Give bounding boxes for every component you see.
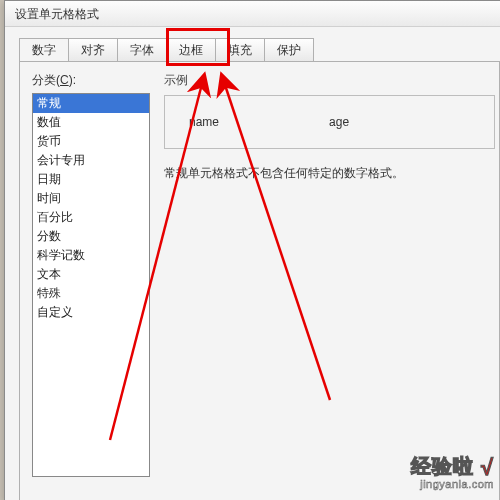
list-item[interactable]: 货币 (33, 132, 149, 151)
list-item[interactable]: 自定义 (33, 303, 149, 322)
tab-panel-number: 分类(C): 常规 数值 货币 会计专用 日期 时间 百分比 分数 科学记数 文… (19, 61, 500, 500)
list-item[interactable]: 时间 (33, 189, 149, 208)
category-label-key: C (60, 73, 69, 87)
preview-col1: name (189, 115, 219, 129)
list-item[interactable]: 会计专用 (33, 151, 149, 170)
tab-protection[interactable]: 保护 (264, 38, 314, 62)
preview-box: name age (164, 95, 495, 149)
tab-fill[interactable]: 填充 (215, 38, 265, 62)
tab-number[interactable]: 数字 (19, 38, 69, 62)
list-item[interactable]: 特殊 (33, 284, 149, 303)
preview-label: 示例 (164, 72, 495, 89)
tab-alignment[interactable]: 对齐 (68, 38, 118, 62)
dialog-title: 设置单元格格式 (5, 1, 500, 27)
category-listbox[interactable]: 常规 数值 货币 会计专用 日期 时间 百分比 分数 科学记数 文本 特殊 自定… (32, 93, 150, 477)
tab-border[interactable]: 边框 (166, 38, 216, 62)
list-item[interactable]: 常规 (33, 94, 149, 113)
list-item[interactable]: 文本 (33, 265, 149, 284)
list-item[interactable]: 科学记数 (33, 246, 149, 265)
format-description: 常规单元格格式不包含任何特定的数字格式。 (164, 165, 495, 182)
category-label-pre: 分类( (32, 73, 60, 87)
list-item[interactable]: 数值 (33, 113, 149, 132)
category-label-post: ): (69, 73, 76, 87)
list-item[interactable]: 日期 (33, 170, 149, 189)
format-cells-dialog: 设置单元格格式 数字 对齐 字体 边框 填充 保护 分类(C): 常规 数值 货… (4, 0, 500, 500)
right-pane: 示例 name age 常规单元格格式不包含任何特定的数字格式。 (164, 72, 495, 182)
preview-col2: age (329, 115, 349, 129)
tabstrip: 数字 对齐 字体 边框 填充 保护 (19, 37, 500, 61)
list-item[interactable]: 分数 (33, 227, 149, 246)
tab-font[interactable]: 字体 (117, 38, 167, 62)
tab-container: 数字 对齐 字体 边框 填充 保护 分类(C): 常规 数值 货币 会计专用 日… (19, 37, 500, 61)
list-item[interactable]: 百分比 (33, 208, 149, 227)
